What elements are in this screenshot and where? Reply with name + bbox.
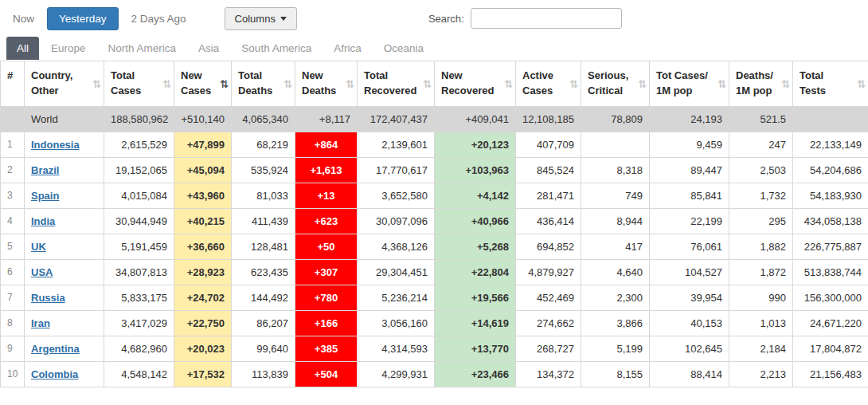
tab-asia[interactable]: Asia xyxy=(188,37,229,60)
cell-serious_critical: 3,866 xyxy=(581,310,650,336)
column-header-rank[interactable]: # xyxy=(1,61,25,107)
country-link[interactable]: Iran xyxy=(31,317,50,329)
country-link[interactable]: Brazil xyxy=(31,164,59,176)
country-link[interactable]: Argentina xyxy=(31,343,80,355)
cell-deaths_per_1m: 2,213 xyxy=(729,361,793,387)
cell-total_cases: 5,833,175 xyxy=(104,285,174,310)
column-header-total_tests[interactable]: Total Tests⇅ xyxy=(793,61,868,107)
country-link[interactable]: Spain xyxy=(31,190,59,202)
cell-country: USA xyxy=(25,259,104,285)
cell-new_deaths: +864 xyxy=(295,132,358,157)
cell-serious_critical: 749 xyxy=(581,183,650,208)
cell-total_tests: 434,058,138 xyxy=(793,208,868,234)
cell-total_tests: 54,204,686 xyxy=(793,157,868,183)
time-filter-yesterday[interactable]: Yesterday xyxy=(47,7,119,30)
tab-south-america[interactable]: South America xyxy=(231,37,322,60)
column-header-new_recovered[interactable]: New Recovered⇅ xyxy=(435,61,516,107)
cell-new_deaths: +623 xyxy=(295,208,358,234)
cell-rank: 4 xyxy=(1,208,25,234)
cell-deaths_per_1m: 1,732 xyxy=(729,183,793,208)
cell-cases_per_1m: 85,841 xyxy=(650,183,729,208)
column-header-new_cases[interactable]: New Cases⇅ xyxy=(174,61,232,107)
time-filter-2-days-ago[interactable]: 2 Days Ago xyxy=(127,8,191,29)
cell-country: World xyxy=(25,106,104,132)
cell-active_cases: 452,469 xyxy=(516,285,581,310)
tab-europe[interactable]: Europe xyxy=(41,37,96,60)
column-header-total_deaths[interactable]: Total Deaths⇅ xyxy=(232,61,295,107)
cell-country: Russia xyxy=(25,285,104,310)
column-header-deaths_per_1m[interactable]: Deaths/ 1M pop⇅ xyxy=(729,61,793,107)
column-header-label: New Cases xyxy=(181,69,211,96)
cell-new_deaths: +50 xyxy=(295,234,358,259)
country-row: 6USA34,807,813+28,923623,435+30729,304,4… xyxy=(1,259,868,285)
column-header-total_recovered[interactable]: Total Recovered⇅ xyxy=(358,61,435,107)
cell-rank: 3 xyxy=(1,183,25,208)
cell-total_tests: 22,133,149 xyxy=(793,132,868,157)
country-link[interactable]: Indonesia xyxy=(31,139,80,151)
column-header-country[interactable]: Country, Other⇅ xyxy=(25,61,104,107)
column-header-cases_per_1m[interactable]: Tot Cases/ 1M pop⇅ xyxy=(650,61,729,107)
cell-new_deaths: +1,613 xyxy=(295,157,358,183)
cell-total_deaths: 81,033 xyxy=(232,183,295,208)
search-input[interactable] xyxy=(471,8,622,29)
tab-oceania[interactable]: Oceania xyxy=(373,37,434,60)
cell-active_cases: 436,414 xyxy=(516,208,581,234)
cell-new_deaths: +307 xyxy=(295,259,358,285)
cell-total_recovered: 17,770,617 xyxy=(358,157,435,183)
sort-icon: ⇅ xyxy=(423,77,432,89)
cell-total_deaths: 144,492 xyxy=(232,285,295,310)
cell-cases_per_1m: 24,193 xyxy=(650,106,729,132)
cell-cases_per_1m: 76,061 xyxy=(650,234,729,259)
column-header-total_cases[interactable]: Total Cases⇅ xyxy=(104,61,174,107)
column-header-serious_critical[interactable]: Serious, Critical⇅ xyxy=(581,61,650,107)
cell-country: Indonesia xyxy=(25,132,104,157)
cell-new_recovered: +4,142 xyxy=(435,183,516,208)
cell-new_recovered: +40,966 xyxy=(435,208,516,234)
columns-button[interactable]: Columns xyxy=(225,7,297,30)
world-row: World188,580,962+510,1404,065,340+8,1171… xyxy=(1,106,868,132)
column-header-active_cases[interactable]: Active Cases⇅ xyxy=(516,61,581,107)
search-label: Search: xyxy=(428,13,464,25)
country-link[interactable]: Russia xyxy=(31,292,65,304)
sort-icon: ⇅ xyxy=(162,77,171,89)
cell-total_tests: 54,183,930 xyxy=(793,183,868,208)
tab-all[interactable]: All xyxy=(6,37,39,60)
column-header-label: New Deaths xyxy=(302,69,336,96)
column-header-label: Active Cases xyxy=(522,69,553,96)
cell-total_cases: 4,548,142 xyxy=(104,361,174,387)
cell-total_cases: 34,807,813 xyxy=(104,259,174,285)
cell-total_tests xyxy=(793,106,868,132)
cell-cases_per_1m: 39,954 xyxy=(650,285,729,310)
cell-total_tests: 513,838,744 xyxy=(793,259,868,285)
cell-total_deaths: 411,439 xyxy=(232,208,295,234)
cell-new_recovered: +103,963 xyxy=(435,157,516,183)
country-link[interactable]: India xyxy=(31,215,55,227)
cell-new_cases: +45,094 xyxy=(174,157,232,183)
cell-deaths_per_1m: 295 xyxy=(729,208,793,234)
cell-cases_per_1m: 40,153 xyxy=(650,310,729,336)
cell-rank: 2 xyxy=(1,157,25,183)
cell-total_recovered: 5,236,214 xyxy=(358,285,435,310)
country-row: 2Brazil19,152,065+45,094535,924+1,61317,… xyxy=(1,157,868,183)
country-link[interactable]: USA xyxy=(31,266,53,278)
cell-serious_critical: 417 xyxy=(581,234,650,259)
column-header-label: Total Cases xyxy=(111,69,141,96)
country-row: 5UK5,191,459+36,660128,481+504,368,126+5… xyxy=(1,234,868,259)
cell-active_cases: 268,727 xyxy=(516,336,581,361)
tab-north-america[interactable]: North America xyxy=(98,37,187,60)
cell-new_deaths: +385 xyxy=(295,336,358,361)
cell-new_cases: +20,023 xyxy=(174,336,232,361)
tab-africa[interactable]: Africa xyxy=(323,37,372,60)
cell-serious_critical: 78,809 xyxy=(581,106,650,132)
cell-new_recovered: +20,123 xyxy=(435,132,516,157)
cell-country: UK xyxy=(25,234,104,259)
time-filter-now[interactable]: Now xyxy=(8,8,39,29)
column-header-label: # xyxy=(7,69,13,81)
sort-icon: ⇅ xyxy=(220,77,229,89)
column-header-new_deaths[interactable]: New Deaths⇅ xyxy=(295,61,358,107)
cell-new_cases: +22,750 xyxy=(174,310,232,336)
country-link[interactable]: Colombia xyxy=(31,368,78,380)
cell-new_cases: +510,140 xyxy=(174,106,232,132)
cell-deaths_per_1m: 1,013 xyxy=(729,310,793,336)
country-link[interactable]: UK xyxy=(31,241,46,253)
